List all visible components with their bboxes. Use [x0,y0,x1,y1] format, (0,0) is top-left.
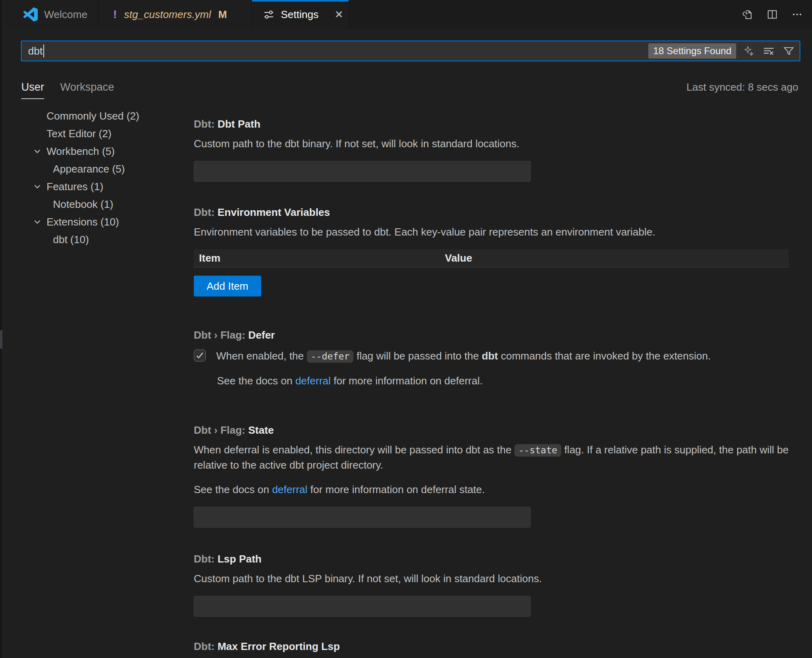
setting-title: Dbt: Dbt Path [194,118,789,130]
desc-text: When deferral is enabled, this directory… [194,444,514,456]
split-editor-icon[interactable] [766,8,778,20]
dbt-path-input[interactable] [194,161,531,182]
toc-item-workbench[interactable]: Workbench (5) [0,142,163,160]
docs-text: for more information on deferral. [331,375,483,387]
column-header-value: Value [445,252,789,264]
setting-title: Dbt: Lsp Path [194,552,789,565]
code-state-flag: --state [514,444,561,457]
setting-name: Lsp Path [217,553,262,565]
ai-sparkle-icon[interactable] [743,45,755,57]
env-table-header: Item Value [194,249,789,268]
setting-name: Environment Variables [217,206,330,218]
tab-label: Settings [281,8,319,21]
toc-item-text-editor[interactable]: Text Editor (2) [0,125,163,142]
toc-item-extensions[interactable]: Extensions (10) [0,213,163,231]
state-path-input[interactable] [194,507,531,528]
setting-category: Dbt: [194,553,217,565]
setting-description: When enabled, the --defer flag will be p… [216,349,711,364]
settings-search-input[interactable]: dbt 18 Settings Found [21,41,800,61]
more-actions-icon[interactable] [791,8,803,20]
filter-icon[interactable] [783,45,795,57]
setting-title: Dbt › Flag: State [194,424,789,437]
docs-text: See the docs on [217,375,295,387]
deferral-docs-link[interactable]: deferral [295,375,331,387]
tab-bar-empty-space [349,0,733,29]
setting-category: Dbt › Flag: [194,424,248,436]
setting-name: Max Error Reporting Lsp [217,640,340,652]
open-settings-json-icon[interactable] [741,8,753,20]
setting-name: Defer [248,329,275,341]
toc-label: Workbench (5) [47,145,115,158]
docs-text: See the docs on [194,483,272,496]
settings-search-row: dbt 18 Settings Found [0,29,812,61]
desc-text: When enabled, the [216,350,307,362]
setting-name: State [248,424,274,436]
chevron-down-icon [32,146,43,156]
setting-dbt-path: Dbt: Dbt Path Custom path to the dbt bin… [194,118,789,182]
settings-toc: Commonly Used (2) Text Editor (2) Workbe… [0,99,163,658]
toc-label: Text Editor (2) [47,128,112,140]
tab-label: stg_customers.yml [124,8,211,21]
setting-title: Dbt: Environment Variables [194,206,789,219]
tab-stg-customers-yml[interactable]: ! stg_customers.yml M [99,0,252,29]
setting-category: Dbt: [194,206,217,218]
setting-title: Dbt › Flag: Defer [194,329,789,341]
scope-tab-workspace[interactable]: Workspace [60,81,114,99]
editor-tab-bar: Welcome ! stg_customers.yml M Settings ✕ [0,0,812,29]
toc-item-features[interactable]: Features (1) [0,178,163,195]
setting-title: Dbt: Max Error Reporting Lsp [194,640,789,653]
setting-environment-variables: Dbt: Environment Variables Environment v… [194,206,789,297]
tab-label: Welcome [44,8,87,21]
toc-label: Features (1) [47,181,104,193]
search-value: dbt [28,45,43,57]
scope-tab-user[interactable]: User [21,81,44,99]
toc-item-commonly-used[interactable]: Commonly Used (2) [0,107,163,125]
editor-actions [733,0,812,29]
warning-icon: ! [113,8,117,21]
desc-text: commands that are invoked by the extensi… [498,350,710,362]
setting-description: When deferral is enabled, this directory… [194,443,789,473]
tab-welcome[interactable]: Welcome [0,0,99,29]
add-item-button[interactable]: Add Item [194,276,261,297]
scrollbar-thumb[interactable] [0,330,2,349]
docs-line: See the docs on deferral for more inform… [217,374,789,388]
setting-description: Custom path to the dbt binary. If not se… [194,136,789,151]
settings-body: Commonly Used (2) Text Editor (2) Workbe… [0,99,812,658]
defer-checkbox[interactable] [194,349,206,361]
settings-scope-bar: User Workspace Last synced: 8 secs ago [0,61,812,99]
setting-flag-state: Dbt › Flag: State When deferral is enabl… [194,424,789,528]
setting-category: Dbt: [194,640,217,652]
toc-label: Commonly Used (2) [47,110,139,122]
toc-label: Appearance (5) [53,163,125,175]
setting-description: Environment variables to be passed to db… [194,225,789,240]
desc-bold-text: dbt [482,350,498,362]
clear-filters-icon[interactable] [763,45,775,57]
settings-sliders-icon [262,8,275,21]
results-count-badge: 18 Settings Found [648,43,736,59]
toc-label: Notebook (1) [53,198,113,211]
toc-label: dbt (10) [53,234,89,246]
setting-lsp-path: Dbt: Lsp Path Custom path to the dbt LSP… [194,552,789,617]
docs-line: See the docs on deferral for more inform… [194,482,789,497]
toc-item-notebook[interactable]: Notebook (1) [0,195,163,213]
modified-badge: M [218,8,227,21]
docs-text: for more information on deferral state. [307,483,485,496]
text-caret [43,45,44,57]
setting-category: Dbt: [194,118,217,130]
column-header-item: Item [194,252,445,264]
close-tab-icon[interactable]: ✕ [332,8,346,22]
settings-list: Dbt: Dbt Path Custom path to the dbt bin… [163,99,812,658]
code-defer-flag: --defer [307,350,354,363]
toc-item-dbt[interactable]: dbt (10) [0,231,163,248]
chevron-down-icon [32,217,43,227]
setting-max-error-reporting-lsp: Dbt: Max Error Reporting Lsp Controls th… [194,640,789,658]
chevron-down-icon [32,181,43,192]
tab-settings[interactable]: Settings ✕ [252,0,349,29]
toc-item-appearance[interactable]: Appearance (5) [0,160,163,178]
lsp-path-input[interactable] [194,596,531,617]
vscode-logo-icon [23,7,38,22]
setting-category: Dbt › Flag: [194,329,248,341]
setting-name: Dbt Path [217,118,260,130]
last-synced-status: Last synced: 8 secs ago [686,81,798,99]
deferral-docs-link[interactable]: deferral [272,483,307,496]
